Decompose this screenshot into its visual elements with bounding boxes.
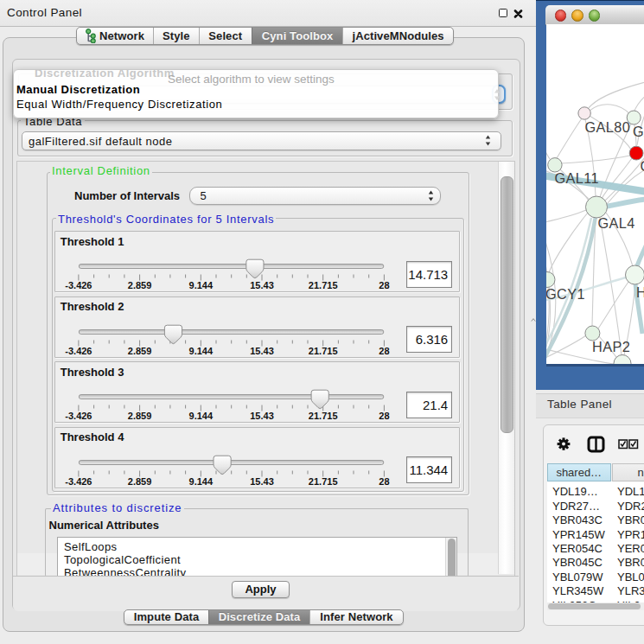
svg-text:28: 28 [379, 280, 389, 290]
svg-text:9.144: 9.144 [188, 476, 213, 487]
svg-text:9.144: 9.144 [188, 346, 213, 356]
svg-text:-3.426: -3.426 [65, 280, 92, 290]
svg-text:21.715: 21.715 [309, 411, 338, 421]
svg-text:21.715: 21.715 [309, 476, 338, 487]
svg-text:21.715: 21.715 [309, 346, 338, 356]
svg-text:2.859: 2.859 [128, 346, 152, 356]
svg-text:15.43: 15.43 [250, 346, 274, 356]
svg-text:H: H [636, 284, 644, 299]
svg-text:-3.426: -3.426 [65, 346, 92, 356]
svg-text:15.43: 15.43 [250, 476, 274, 487]
svg-text:GAL80: GAL80 [584, 118, 630, 134]
svg-text:28: 28 [379, 411, 389, 421]
svg-text:-3.426: -3.426 [65, 476, 92, 487]
svg-text:GCY1: GCY1 [546, 286, 585, 302]
svg-text:C: C [640, 157, 644, 173]
svg-text:GAL4: GAL4 [597, 214, 634, 230]
svg-text:9.144: 9.144 [188, 411, 213, 421]
svg-text:9.144: 9.144 [188, 280, 213, 290]
svg-text:GA: GA [633, 124, 644, 139]
svg-text:-3.426: -3.426 [65, 411, 92, 421]
svg-text:HAP2: HAP2 [592, 339, 630, 354]
svg-text:GAL11: GAL11 [554, 169, 598, 185]
svg-text:15.43: 15.43 [250, 411, 274, 421]
svg-text:15.43: 15.43 [250, 280, 274, 290]
svg-text:2.859: 2.859 [128, 280, 152, 290]
svg-text:28: 28 [379, 346, 389, 356]
svg-text:28: 28 [379, 476, 389, 487]
svg-text:2.859: 2.859 [128, 476, 152, 487]
svg-text:2.859: 2.859 [128, 411, 152, 421]
svg-text:21.715: 21.715 [309, 280, 338, 290]
